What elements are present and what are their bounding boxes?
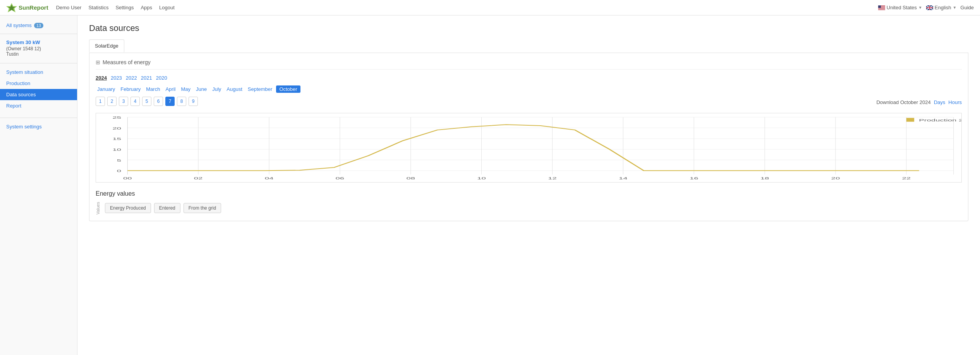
- week-btn-3[interactable]: 3: [119, 97, 128, 106]
- sidebar-item-report[interactable]: Report: [0, 100, 77, 111]
- grid-icon: ⊞: [96, 59, 100, 65]
- measures-card: ⊞ Measures of energy 2024 2023 2022 2021…: [89, 53, 968, 221]
- sidebar-item-production[interactable]: Production: [0, 78, 77, 89]
- svg-text:04: 04: [265, 176, 274, 180]
- svg-text:20: 20: [831, 176, 840, 180]
- chart-container: 0 5 10 15 20 25 00 02 04 06 08 10 12 14 …: [96, 113, 962, 183]
- sidebar-all-systems[interactable]: All systems 13: [0, 20, 77, 31]
- nav-statistics[interactable]: Statistics: [88, 5, 108, 10]
- topnav: SunReport Demo User Statistics Settings …: [0, 0, 980, 15]
- year-btn-2023[interactable]: 2023: [111, 75, 122, 81]
- download-days-link[interactable]: Days: [934, 99, 946, 105]
- year-selector: 2024 2023 2022 2021 2020: [96, 75, 962, 81]
- svg-text:18: 18: [760, 176, 769, 180]
- nav-logout[interactable]: Logout: [159, 5, 175, 10]
- energy-section-title: Energy values: [96, 190, 962, 197]
- week-btn-9[interactable]: 9: [189, 97, 198, 106]
- svg-text:10: 10: [477, 176, 486, 180]
- sidebar-item-system-situation[interactable]: System situation: [0, 67, 77, 78]
- download-label: Download October 2024: [876, 99, 930, 105]
- week-btn-6[interactable]: 6: [154, 97, 163, 106]
- card-header-label: Measures of energy: [103, 59, 151, 65]
- production-line: [127, 125, 919, 171]
- svg-text:25: 25: [112, 115, 121, 119]
- sidebar: All systems 13 System 30 kW (Owner 1548 …: [0, 15, 77, 355]
- month-btn-april[interactable]: April: [164, 85, 177, 93]
- week-btn-4[interactable]: 4: [130, 97, 140, 106]
- svg-text:02: 02: [194, 176, 203, 180]
- svg-rect-7: [878, 9, 885, 9]
- svg-text:5: 5: [117, 158, 121, 162]
- svg-text:20: 20: [112, 126, 121, 130]
- week-btn-8[interactable]: 8: [177, 97, 186, 106]
- week-btn-2[interactable]: 2: [107, 97, 117, 106]
- svg-text:22: 22: [902, 176, 911, 180]
- month-btn-september[interactable]: September: [246, 85, 274, 93]
- country-selector[interactable]: United States ▼: [878, 5, 922, 10]
- logo-text: SunReport: [19, 4, 48, 11]
- sidebar-system-owner: (Owner 1548 12): [0, 46, 77, 51]
- svg-text:10: 10: [112, 147, 121, 152]
- legend-text: Production 2024: [919, 118, 961, 122]
- nav-apps[interactable]: Apps: [141, 5, 152, 10]
- energy-produced-button[interactable]: Energy Produced: [105, 203, 151, 213]
- energy-values-row: Values Energy Produced Entered From the …: [96, 202, 962, 215]
- from-the-grid-button[interactable]: From the grid: [184, 203, 221, 213]
- country-label: United States: [887, 5, 917, 10]
- language-selector[interactable]: English ▼: [926, 5, 957, 10]
- energy-section: Energy values Values Energy Produced Ent…: [96, 190, 962, 215]
- en-flag-icon: [926, 5, 933, 10]
- entered-button[interactable]: Entered: [154, 203, 180, 213]
- svg-text:06: 06: [336, 176, 345, 180]
- guide-link[interactable]: Guide: [960, 5, 974, 10]
- topnav-links: Demo User Statistics Settings Apps Logou…: [56, 5, 175, 10]
- nav-demo-user[interactable]: Demo User: [56, 5, 82, 10]
- language-label: English: [935, 5, 951, 10]
- sidebar-divider-3: [0, 118, 77, 118]
- year-btn-2024[interactable]: 2024: [96, 75, 107, 81]
- svg-text:14: 14: [619, 176, 628, 180]
- month-btn-august[interactable]: August: [225, 85, 244, 93]
- svg-rect-9: [878, 5, 881, 8]
- week-btn-5[interactable]: 5: [142, 97, 151, 106]
- sidebar-item-system-settings[interactable]: System settings: [0, 121, 77, 132]
- year-btn-2022[interactable]: 2022: [126, 75, 137, 81]
- month-btn-march[interactable]: March: [144, 85, 161, 93]
- svg-text:00: 00: [123, 176, 132, 180]
- year-btn-2020[interactable]: 2020: [156, 75, 167, 81]
- legend-color: [906, 118, 914, 122]
- svg-rect-6: [878, 8, 885, 8]
- month-btn-june[interactable]: June: [194, 85, 208, 93]
- sidebar-item-data-sources[interactable]: Data sources: [0, 89, 77, 100]
- year-btn-2021[interactable]: 2021: [141, 75, 152, 81]
- page-title: Data sources: [89, 23, 968, 33]
- card-header: ⊞ Measures of energy: [96, 59, 962, 70]
- month-btn-may[interactable]: May: [179, 85, 192, 93]
- main-content: Data sources SolarEdge ⊞ Measures of ene…: [77, 15, 980, 355]
- svg-text:16: 16: [690, 176, 699, 180]
- tab-bar: SolarEdge: [89, 39, 968, 53]
- month-btn-february[interactable]: February: [119, 85, 142, 93]
- sidebar-system-location: Tustin: [0, 51, 77, 60]
- month-btn-october[interactable]: October: [276, 85, 300, 93]
- nav-settings[interactable]: Settings: [115, 5, 134, 10]
- values-label: Values: [96, 202, 100, 215]
- all-systems-label: All systems: [6, 22, 32, 28]
- all-systems-badge: 13: [34, 23, 43, 28]
- us-flag-icon: [878, 5, 885, 10]
- tab-solaredge[interactable]: SolarEdge: [89, 39, 124, 53]
- download-bar: Download October 2024 Days Hours: [876, 99, 962, 105]
- logo[interactable]: SunReport: [6, 2, 48, 13]
- month-btn-july[interactable]: July: [211, 85, 223, 93]
- sidebar-system-name[interactable]: System 30 kW: [0, 37, 77, 46]
- app-layout: All systems 13 System 30 kW (Owner 1548 …: [0, 15, 980, 355]
- sidebar-divider-1: [0, 34, 77, 34]
- week-btn-1[interactable]: 1: [96, 97, 105, 106]
- week-btn-7[interactable]: 7: [165, 97, 175, 106]
- month-btn-january[interactable]: January: [96, 85, 117, 93]
- svg-text:08: 08: [406, 176, 415, 180]
- svg-text:0: 0: [117, 169, 121, 173]
- topnav-right: United States ▼ English ▼ Guide: [878, 5, 974, 10]
- month-selector: January February March April May June Ju…: [96, 85, 962, 93]
- download-hours-link[interactable]: Hours: [948, 99, 962, 105]
